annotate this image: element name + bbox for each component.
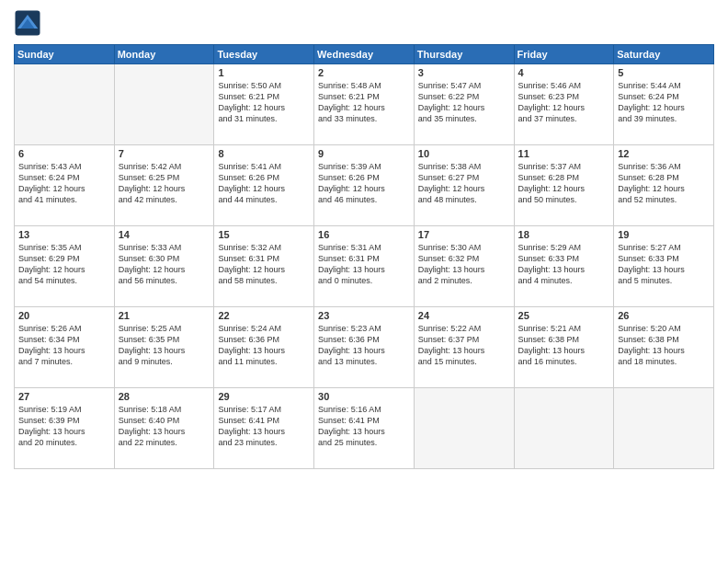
day-number: 4 [518, 67, 610, 78]
day-number: 20 [18, 310, 110, 321]
calendar-cell: 7Sunrise: 5:42 AM Sunset: 6:25 PM Daylig… [114, 145, 214, 226]
day-detail: Sunrise: 5:17 AM Sunset: 6:41 PM Dayligh… [218, 404, 310, 449]
calendar-cell: 13Sunrise: 5:35 AM Sunset: 6:29 PM Dayli… [15, 226, 115, 307]
day-number: 13 [18, 229, 110, 240]
calendar-cell: 12Sunrise: 5:36 AM Sunset: 6:28 PM Dayli… [614, 145, 714, 226]
day-detail: Sunrise: 5:16 AM Sunset: 6:41 PM Dayligh… [318, 404, 410, 449]
calendar-cell: 4Sunrise: 5:46 AM Sunset: 6:23 PM Daylig… [514, 64, 614, 145]
day-detail: Sunrise: 5:43 AM Sunset: 6:24 PM Dayligh… [18, 161, 110, 206]
day-detail: Sunrise: 5:29 AM Sunset: 6:33 PM Dayligh… [518, 242, 610, 287]
weekday-header-saturday: Saturday [614, 45, 714, 64]
day-number: 12 [618, 148, 710, 159]
calendar-cell [514, 388, 614, 469]
calendar-cell: 30Sunrise: 5:16 AM Sunset: 6:41 PM Dayli… [314, 388, 415, 469]
day-detail: Sunrise: 5:38 AM Sunset: 6:27 PM Dayligh… [418, 161, 510, 206]
calendar-cell: 10Sunrise: 5:38 AM Sunset: 6:27 PM Dayli… [414, 145, 514, 226]
day-number: 30 [318, 391, 410, 402]
calendar-cell: 21Sunrise: 5:25 AM Sunset: 6:35 PM Dayli… [114, 307, 214, 388]
day-detail: Sunrise: 5:50 AM Sunset: 6:21 PM Dayligh… [218, 80, 310, 125]
calendar-table: SundayMondayTuesdayWednesdayThursdayFrid… [14, 44, 714, 469]
day-number: 6 [18, 148, 110, 159]
day-detail: Sunrise: 5:42 AM Sunset: 6:25 PM Dayligh… [119, 161, 210, 206]
header [14, 9, 714, 37]
day-detail: Sunrise: 5:32 AM Sunset: 6:31 PM Dayligh… [218, 242, 310, 287]
day-detail: Sunrise: 5:47 AM Sunset: 6:22 PM Dayligh… [418, 80, 510, 125]
calendar-body: 1Sunrise: 5:50 AM Sunset: 6:21 PM Daylig… [15, 64, 714, 469]
calendar-cell: 1Sunrise: 5:50 AM Sunset: 6:21 PM Daylig… [214, 64, 314, 145]
day-detail: Sunrise: 5:26 AM Sunset: 6:34 PM Dayligh… [18, 323, 110, 368]
weekday-header-row: SundayMondayTuesdayWednesdayThursdayFrid… [15, 45, 714, 64]
day-number: 2 [318, 67, 410, 78]
day-number: 24 [418, 310, 510, 321]
week-row-5: 27Sunrise: 5:19 AM Sunset: 6:39 PM Dayli… [15, 388, 714, 469]
day-detail: Sunrise: 5:36 AM Sunset: 6:28 PM Dayligh… [618, 161, 710, 206]
calendar-cell: 24Sunrise: 5:22 AM Sunset: 6:37 PM Dayli… [414, 307, 514, 388]
week-row-3: 13Sunrise: 5:35 AM Sunset: 6:29 PM Dayli… [15, 226, 714, 307]
day-number: 16 [318, 229, 410, 240]
day-detail: Sunrise: 5:33 AM Sunset: 6:30 PM Dayligh… [119, 242, 210, 287]
logo [14, 9, 45, 37]
calendar-cell: 27Sunrise: 5:19 AM Sunset: 6:39 PM Dayli… [15, 388, 115, 469]
day-detail: Sunrise: 5:30 AM Sunset: 6:32 PM Dayligh… [418, 242, 510, 287]
calendar-cell: 15Sunrise: 5:32 AM Sunset: 6:31 PM Dayli… [214, 226, 314, 307]
weekday-header-monday: Monday [114, 45, 214, 64]
calendar-cell [15, 64, 115, 145]
day-number: 14 [119, 229, 210, 240]
calendar-cell: 8Sunrise: 5:41 AM Sunset: 6:26 PM Daylig… [214, 145, 314, 226]
calendar-cell [414, 388, 514, 469]
calendar-cell [614, 388, 714, 469]
day-number: 11 [518, 148, 610, 159]
calendar-cell: 9Sunrise: 5:39 AM Sunset: 6:26 PM Daylig… [314, 145, 415, 226]
day-detail: Sunrise: 5:19 AM Sunset: 6:39 PM Dayligh… [18, 404, 110, 449]
weekday-header-thursday: Thursday [414, 45, 514, 64]
day-number: 19 [618, 229, 710, 240]
day-detail: Sunrise: 5:41 AM Sunset: 6:26 PM Dayligh… [218, 161, 310, 206]
day-number: 10 [418, 148, 510, 159]
day-number: 18 [518, 229, 610, 240]
calendar-cell: 14Sunrise: 5:33 AM Sunset: 6:30 PM Dayli… [114, 226, 214, 307]
day-detail: Sunrise: 5:24 AM Sunset: 6:36 PM Dayligh… [218, 323, 310, 368]
day-number: 5 [618, 67, 710, 78]
day-number: 1 [218, 67, 310, 78]
calendar-cell: 6Sunrise: 5:43 AM Sunset: 6:24 PM Daylig… [15, 145, 115, 226]
day-number: 22 [218, 310, 310, 321]
weekday-header-sunday: Sunday [15, 45, 115, 64]
day-detail: Sunrise: 5:18 AM Sunset: 6:40 PM Dayligh… [119, 404, 210, 449]
day-number: 8 [218, 148, 310, 159]
weekday-header-friday: Friday [514, 45, 614, 64]
day-detail: Sunrise: 5:37 AM Sunset: 6:28 PM Dayligh… [518, 161, 610, 206]
calendar-cell: 22Sunrise: 5:24 AM Sunset: 6:36 PM Dayli… [214, 307, 314, 388]
calendar-cell: 20Sunrise: 5:26 AM Sunset: 6:34 PM Dayli… [15, 307, 115, 388]
weekday-header-tuesday: Tuesday [214, 45, 314, 64]
day-number: 7 [119, 148, 210, 159]
day-number: 21 [119, 310, 210, 321]
calendar-page: SundayMondayTuesdayWednesdayThursdayFrid… [0, 0, 728, 563]
day-detail: Sunrise: 5:20 AM Sunset: 6:38 PM Dayligh… [618, 323, 710, 368]
calendar-cell: 16Sunrise: 5:31 AM Sunset: 6:31 PM Dayli… [314, 226, 415, 307]
day-number: 27 [18, 391, 110, 402]
calendar-cell: 3Sunrise: 5:47 AM Sunset: 6:22 PM Daylig… [414, 64, 514, 145]
day-detail: Sunrise: 5:46 AM Sunset: 6:23 PM Dayligh… [518, 80, 610, 125]
week-row-4: 20Sunrise: 5:26 AM Sunset: 6:34 PM Dayli… [15, 307, 714, 388]
day-detail: Sunrise: 5:48 AM Sunset: 6:21 PM Dayligh… [318, 80, 410, 125]
calendar-cell: 5Sunrise: 5:44 AM Sunset: 6:24 PM Daylig… [614, 64, 714, 145]
day-number: 17 [418, 229, 510, 240]
day-detail: Sunrise: 5:31 AM Sunset: 6:31 PM Dayligh… [318, 242, 410, 287]
day-detail: Sunrise: 5:23 AM Sunset: 6:36 PM Dayligh… [318, 323, 410, 368]
calendar-cell: 23Sunrise: 5:23 AM Sunset: 6:36 PM Dayli… [314, 307, 415, 388]
weekday-header-wednesday: Wednesday [314, 45, 415, 64]
day-number: 25 [518, 310, 610, 321]
calendar-cell: 26Sunrise: 5:20 AM Sunset: 6:38 PM Dayli… [614, 307, 714, 388]
day-detail: Sunrise: 5:27 AM Sunset: 6:33 PM Dayligh… [618, 242, 710, 287]
calendar-cell: 25Sunrise: 5:21 AM Sunset: 6:38 PM Dayli… [514, 307, 614, 388]
day-number: 29 [218, 391, 310, 402]
calendar-cell: 2Sunrise: 5:48 AM Sunset: 6:21 PM Daylig… [314, 64, 415, 145]
calendar-cell: 28Sunrise: 5:18 AM Sunset: 6:40 PM Dayli… [114, 388, 214, 469]
day-number: 23 [318, 310, 410, 321]
day-number: 9 [318, 148, 410, 159]
day-detail: Sunrise: 5:22 AM Sunset: 6:37 PM Dayligh… [418, 323, 510, 368]
week-row-1: 1Sunrise: 5:50 AM Sunset: 6:21 PM Daylig… [15, 64, 714, 145]
logo-icon [14, 9, 41, 37]
calendar-cell: 17Sunrise: 5:30 AM Sunset: 6:32 PM Dayli… [414, 226, 514, 307]
calendar-cell: 18Sunrise: 5:29 AM Sunset: 6:33 PM Dayli… [514, 226, 614, 307]
